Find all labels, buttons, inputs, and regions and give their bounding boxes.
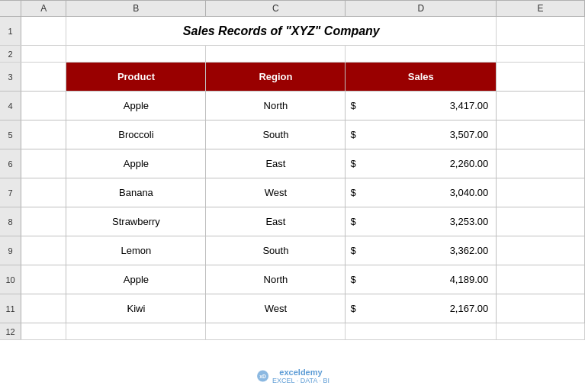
cell-a6 — [21, 149, 66, 178]
cell-e1 — [497, 17, 585, 45]
cell-product-7: Banana — [66, 178, 206, 207]
row-10: 10 Apple North $ 4,189.00 — [0, 265, 585, 294]
cell-c2 — [206, 46, 346, 63]
row-1: 1 Sales Records of "XYZ" Company — [0, 17, 585, 46]
row-5: 5 Broccoli South $ 3,507.00 — [0, 120, 585, 149]
row-4: 4 Apple North $ 3,417.00 — [0, 92, 585, 120]
row-num-4: 4 — [0, 92, 21, 120]
amount-5: 3,507.00 — [450, 129, 492, 140]
cell-sales-11: $ 2,167.00 — [346, 294, 497, 323]
cell-sales-5: $ 3,507.00 — [346, 120, 497, 149]
amount-11: 2,167.00 — [450, 303, 492, 314]
row-num-1: 1 — [0, 17, 21, 45]
cell-region-4: North — [206, 92, 346, 120]
cell-product-10: Apple — [66, 265, 206, 294]
cell-e11 — [497, 294, 585, 323]
cell-a8 — [21, 207, 66, 236]
cell-d2 — [346, 46, 497, 63]
amount-6: 2,260.00 — [450, 158, 492, 169]
cell-product-8: Strawberry — [66, 207, 206, 236]
row-9: 9 Lemon South $ 3,362.00 — [0, 236, 585, 265]
row-num-11: 11 — [0, 294, 21, 323]
cell-region-8: East — [206, 207, 346, 236]
row-num-2: 2 — [0, 46, 21, 62]
row-num-7: 7 — [0, 178, 21, 207]
row-num-6: 6 — [0, 149, 21, 178]
cell-sales-10: $ 4,189.00 — [346, 265, 497, 294]
cell-sales-6: $ 2,260.00 — [346, 149, 497, 178]
row-num-8: 8 — [0, 207, 21, 236]
dollar-10: $ — [350, 274, 355, 285]
cell-a2 — [21, 46, 66, 63]
row-11: 11 Kiwi West $ 2,167.00 — [0, 294, 585, 323]
row-3-header: 3 Product Region Sales — [0, 63, 585, 92]
row-num-5: 5 — [0, 120, 21, 149]
cell-a9 — [21, 236, 66, 265]
spreadsheet: A B C D E 1 Sales Records of "XYZ" Compa… — [0, 0, 585, 392]
cell-product-4: Apple — [66, 92, 206, 120]
watermark: xD exceldemy EXCEL · DATA · BI — [256, 368, 329, 384]
dollar-4: $ — [350, 100, 355, 111]
cell-e8 — [497, 207, 585, 236]
dollar-9: $ — [350, 245, 355, 256]
cell-sales-9: $ 3,362.00 — [346, 236, 497, 265]
row-8: 8 Strawberry East $ 3,253.00 — [0, 207, 585, 236]
cell-product-5: Broccoli — [66, 120, 206, 149]
cell-product-9: Lemon — [66, 236, 206, 265]
dollar-5: $ — [350, 129, 355, 140]
col-header-c: C — [206, 0, 346, 16]
cell-region-7: West — [206, 178, 346, 207]
row-num-10: 10 — [0, 265, 21, 294]
cell-a11 — [21, 294, 66, 323]
row-num-9: 9 — [0, 236, 21, 265]
row-2: 2 — [0, 46, 585, 63]
cell-d12 — [346, 323, 497, 340]
corner-cell — [0, 0, 21, 16]
cell-region-5: South — [206, 120, 346, 149]
watermark-sub: EXCEL · DATA · BI — [272, 377, 329, 384]
row-num-3: 3 — [0, 63, 21, 91]
col-header-d: D — [346, 0, 497, 16]
svg-text:xD: xD — [259, 374, 266, 379]
cell-region-10: North — [206, 265, 346, 294]
amount-10: 4,189.00 — [450, 274, 492, 285]
dollar-8: $ — [350, 216, 355, 227]
amount-4: 3,417.00 — [450, 100, 492, 111]
col-header-a: A — [21, 0, 66, 16]
cell-product-11: Kiwi — [66, 294, 206, 323]
cell-e9 — [497, 236, 585, 265]
cell-e5 — [497, 120, 585, 149]
cell-sales-8: $ 3,253.00 — [346, 207, 497, 236]
spreadsheet-title: Sales Records of "XYZ" Company — [183, 24, 380, 38]
row-7: 7 Banana West $ 3,040.00 — [0, 178, 585, 207]
cell-a7 — [21, 178, 66, 207]
row-num-12: 12 — [0, 323, 21, 339]
dollar-11: $ — [350, 303, 355, 314]
cell-e3 — [497, 63, 585, 91]
column-headers: A B C D E — [0, 0, 585, 17]
watermark-name: exceldemy — [272, 368, 329, 377]
col-header-e: E — [497, 0, 585, 16]
cell-e6 — [497, 149, 585, 178]
amount-7: 3,040.00 — [450, 187, 492, 198]
col-header-b: B — [66, 0, 206, 16]
cell-b12 — [66, 323, 206, 340]
cell-b2 — [66, 46, 206, 63]
cell-product-6: Apple — [66, 149, 206, 178]
cell-e2 — [497, 46, 585, 63]
amount-9: 3,362.00 — [450, 245, 492, 256]
cell-region-9: South — [206, 236, 346, 265]
cell-e4 — [497, 92, 585, 120]
row-6: 6 Apple East $ 2,260.00 — [0, 149, 585, 178]
cell-title: Sales Records of "XYZ" Company — [66, 17, 497, 45]
cell-a1 — [21, 17, 66, 45]
cell-e10 — [497, 265, 585, 294]
rows-area: 1 Sales Records of "XYZ" Company 2 3 Pro… — [0, 17, 585, 392]
cell-region-6: East — [206, 149, 346, 178]
dollar-7: $ — [350, 187, 355, 198]
cell-a12 — [21, 323, 66, 340]
cell-region-11: West — [206, 294, 346, 323]
cell-e12 — [497, 323, 585, 340]
header-region: Region — [206, 63, 346, 91]
cell-e7 — [497, 178, 585, 207]
